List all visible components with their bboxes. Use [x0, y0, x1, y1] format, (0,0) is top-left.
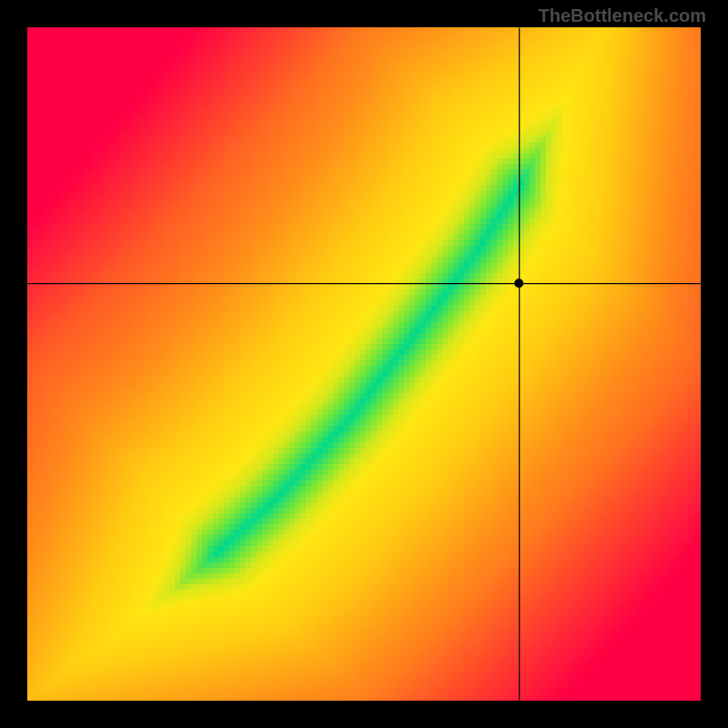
chart-container: TheBottleneck.com	[0, 0, 728, 728]
watermark-text: TheBottleneck.com	[539, 5, 706, 26]
bottleneck-heatmap	[27, 27, 701, 701]
